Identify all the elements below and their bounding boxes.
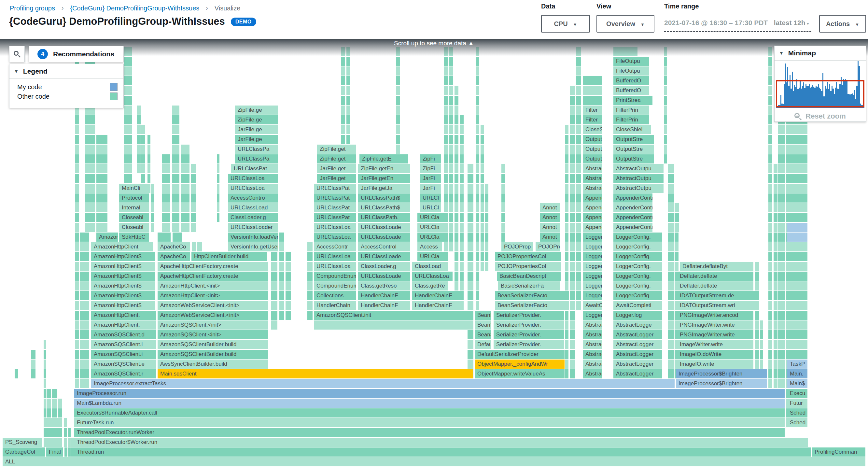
flame-cell-filler[interactable] <box>148 145 150 154</box>
flame-cell-filler[interactable] <box>789 281 807 290</box>
flame-cell[interactable]: LoggerConfig. <box>613 281 662 290</box>
flame-cell-filler[interactable] <box>85 203 95 212</box>
flame-cell-filler[interactable] <box>786 203 789 212</box>
flame-cell[interactable]: Abstrac <box>583 164 602 173</box>
flame-cell-filler[interactable] <box>778 164 785 173</box>
flame-cell-filler[interactable] <box>68 447 71 457</box>
flame-cell-filler[interactable] <box>468 281 473 290</box>
flame-cell[interactable]: AmazonSQSClient.<init> <box>158 320 268 330</box>
flame-cell-filler[interactable] <box>476 272 479 281</box>
flame-cell-filler[interactable] <box>480 184 484 193</box>
flame-cell-filler[interactable] <box>46 428 62 437</box>
flame-cell-filler[interactable] <box>570 203 575 212</box>
flame-cell-filler[interactable] <box>786 272 789 281</box>
flame-cell-filler[interactable] <box>774 262 777 271</box>
flame-cell-filler[interactable] <box>85 164 95 173</box>
flame-cell-filler[interactable] <box>789 193 807 203</box>
flame-cell[interactable]: BufferedO <box>613 76 649 85</box>
flame-cell-filler[interactable] <box>217 184 219 193</box>
flame-cell[interactable]: Closeabl <box>119 213 149 222</box>
flame-cell-filler[interactable] <box>124 145 132 154</box>
flame-cell-filler[interactable] <box>768 379 772 388</box>
flame-cell-filler[interactable] <box>181 193 189 203</box>
flame-cell[interactable]: ImageProcessor.run <box>74 389 785 398</box>
flame-cell-filler[interactable] <box>80 291 89 300</box>
flame-cell[interactable]: SerializerProvider. <box>494 311 564 320</box>
flame-cell-filler[interactable] <box>460 262 464 271</box>
flame-cell[interactable]: URLClassPath. <box>358 213 410 222</box>
flame-cell-filler[interactable] <box>468 242 473 251</box>
flame-cell-filler[interactable] <box>789 164 807 173</box>
flame-cell-filler[interactable] <box>778 213 785 222</box>
flame-cell[interactable]: Abstrac <box>583 184 602 193</box>
flame-cell[interactable]: AmazonWebServiceClient.<init> <box>158 301 268 310</box>
flame-cell-filler[interactable] <box>778 242 785 251</box>
flame-cell-filler[interactable] <box>449 203 453 212</box>
flame-cell-filler[interactable] <box>501 164 505 173</box>
flame-cell-filler[interactable] <box>444 125 448 134</box>
flame-cell-filler[interactable] <box>460 213 464 222</box>
flame-cell-filler[interactable] <box>565 135 568 144</box>
flame-cell-filler[interactable] <box>80 340 89 349</box>
flame-cell[interactable]: OutputStre <box>613 135 654 144</box>
flame-cell[interactable]: AbstractLo <box>583 340 602 349</box>
flame-cell-filler[interactable] <box>778 379 785 388</box>
flame-cell-filler[interactable] <box>172 203 179 212</box>
flame-cell[interactable]: HandlerChainF <box>412 301 461 310</box>
flame-cell-filler[interactable] <box>565 252 568 261</box>
flame-cell-filler[interactable] <box>570 291 575 300</box>
flame-cell-filler[interactable] <box>80 242 89 251</box>
flame-cell-filler[interactable] <box>460 184 464 193</box>
flame-cell-filler[interactable] <box>43 418 46 427</box>
flame-cell[interactable]: LoggerC <box>583 281 602 290</box>
flame-cell-filler[interactable] <box>85 213 95 222</box>
flame-cell[interactable]: ObjectMapper._configAndWr <box>475 360 564 369</box>
flame-cell-filler[interactable] <box>787 232 807 242</box>
flame-cell-filler[interactable] <box>501 193 505 203</box>
flame-cell-filler[interactable] <box>570 223 575 232</box>
flame-cell-filler[interactable] <box>789 135 807 144</box>
flame-cell-filler[interactable] <box>668 301 674 310</box>
flame-cell-filler[interactable] <box>755 330 759 339</box>
flame-cell[interactable]: SerializerProvider. <box>494 320 564 330</box>
flame-cell-filler[interactable] <box>279 262 284 271</box>
flame-cell[interactable]: AbstractLogger <box>613 360 662 369</box>
flame-cell[interactable]: POJOPropertiesCol <box>495 262 561 271</box>
flame-cell-filler[interactable] <box>444 47 448 56</box>
flame-cell[interactable]: Abstrac <box>583 174 602 183</box>
flame-cell[interactable]: ZipFi <box>420 164 441 173</box>
flame-cell-filler[interactable] <box>96 164 107 173</box>
flame-cell-filler[interactable] <box>786 125 789 134</box>
flame-cell-filler[interactable] <box>341 47 345 56</box>
flame-cell-filler[interactable] <box>786 340 789 349</box>
flame-cell-filler[interactable] <box>137 135 141 144</box>
flame-cell[interactable]: Appende <box>583 223 602 232</box>
flame-cell-filler[interactable] <box>449 125 453 134</box>
flame-cell[interactable]: JarFile.getJa <box>358 184 410 193</box>
flame-cell-filler[interactable] <box>768 57 772 66</box>
flame-cell[interactable]: AmazonSQSClientBuilder.build <box>158 350 268 359</box>
flame-cell-filler[interactable] <box>444 145 448 154</box>
flame-cell-filler[interactable] <box>64 438 67 447</box>
flame-cell[interactable]: Internal <box>119 203 149 212</box>
flame-cell-filler[interactable] <box>576 281 581 290</box>
flame-cell-filler[interactable] <box>774 213 777 222</box>
flame-cell-filler[interactable] <box>444 86 448 95</box>
flame-cell-filler[interactable] <box>576 184 581 193</box>
flame-cell-filler[interactable] <box>346 135 350 144</box>
flame-cell-filler[interactable] <box>565 154 568 163</box>
flame-cell-filler[interactable] <box>455 164 458 173</box>
flame-cell[interactable]: URLCl <box>420 203 441 212</box>
flame-cell-filler[interactable] <box>576 203 581 212</box>
flame-cell-filler[interactable] <box>279 232 284 242</box>
flame-cell-filler[interactable] <box>476 164 479 173</box>
flame-cell-filler[interactable] <box>468 174 473 183</box>
flame-cell-filler[interactable] <box>768 184 772 193</box>
breadcrumb-profiling-groups[interactable]: Profiling groups <box>10 5 55 12</box>
flame-cell-filler[interactable] <box>664 47 667 56</box>
flame-cell-filler[interactable] <box>460 154 464 163</box>
flame-cell-filler[interactable] <box>768 272 772 281</box>
flame-cell-filler[interactable] <box>307 301 313 310</box>
flame-cell-filler[interactable] <box>217 203 219 212</box>
flame-cell-filler[interactable] <box>583 96 602 105</box>
